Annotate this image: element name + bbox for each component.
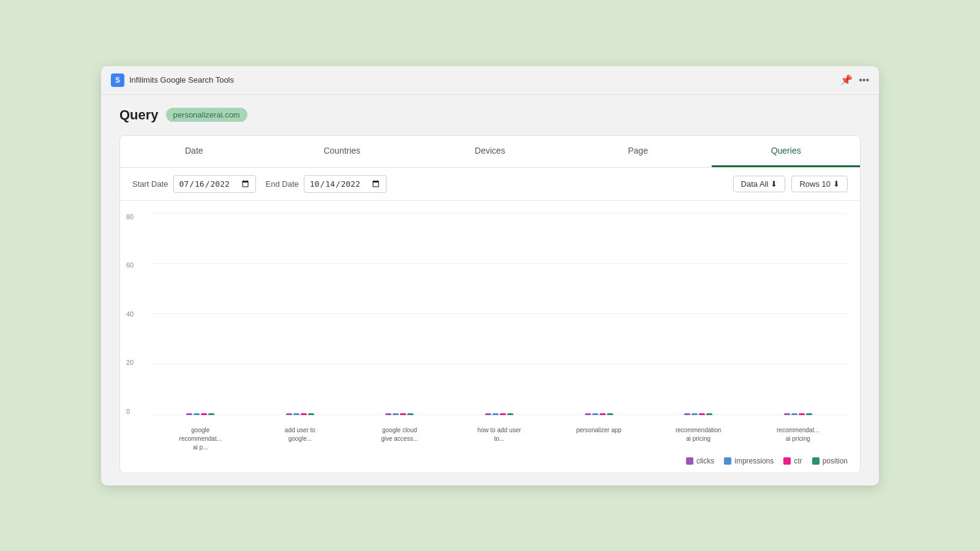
chevron-down-icon-2: ⬇ bbox=[833, 179, 840, 189]
legend-ctr: ctr bbox=[783, 457, 802, 465]
app-icon: S bbox=[111, 73, 124, 87]
legend-clicks: clicks bbox=[686, 457, 714, 465]
position-dot bbox=[812, 457, 820, 465]
bar-6-3 bbox=[806, 413, 812, 415]
bar-label-6: recommendat...ai pricing bbox=[748, 424, 848, 452]
y-label-80: 80 bbox=[126, 213, 134, 220]
query-header: Query personalizerai.com bbox=[119, 107, 861, 123]
bar-3-3 bbox=[507, 413, 513, 415]
end-date-input[interactable] bbox=[304, 175, 386, 193]
bar-6-1 bbox=[791, 413, 797, 415]
y-axis: 0 20 40 60 80 bbox=[126, 213, 134, 415]
bar-5-1 bbox=[692, 413, 698, 415]
labels-wrapper: googlerecommendat...ai p...add user togo… bbox=[151, 424, 848, 452]
bar-group-6 bbox=[748, 413, 848, 415]
bar-label-4: personalizer app bbox=[549, 424, 649, 452]
controls-right: Data All ⬇ Rows 10 ⬇ bbox=[733, 176, 848, 192]
bar-4-0 bbox=[585, 413, 591, 415]
bar-2-2 bbox=[400, 413, 406, 415]
bar-4-3 bbox=[607, 413, 613, 415]
y-label-20: 20 bbox=[126, 359, 134, 366]
chart-container: Date Countries Devices Page Queries Star… bbox=[119, 135, 861, 473]
tab-page[interactable]: Page bbox=[564, 136, 712, 167]
bar-6-0 bbox=[784, 413, 790, 415]
bar-5-3 bbox=[706, 413, 712, 415]
content-area: Query personalizerai.com Date Countries … bbox=[101, 95, 879, 485]
bar-1-1 bbox=[293, 413, 300, 415]
position-label: position bbox=[823, 457, 848, 465]
tab-date[interactable]: Date bbox=[120, 136, 268, 167]
bar-label-1: add user togoogle... bbox=[251, 424, 350, 452]
titlebar-title: Infilimits Google Search Tools bbox=[129, 75, 234, 84]
bar-group-0 bbox=[151, 413, 251, 415]
bar-1-0 bbox=[286, 413, 292, 415]
bar-label-5: recommendationai pricing bbox=[649, 424, 748, 452]
tabs-bar: Date Countries Devices Page Queries bbox=[120, 136, 860, 168]
bar-5-2 bbox=[699, 413, 705, 415]
bar-group-4 bbox=[549, 413, 649, 415]
y-label-0: 0 bbox=[126, 408, 134, 415]
legend: clicks impressions ctr position bbox=[120, 452, 860, 473]
start-date-group: Start Date bbox=[132, 175, 256, 193]
rows-select[interactable]: Rows 10 ⬇ bbox=[791, 176, 848, 192]
pin-icon[interactable]: 📌 bbox=[840, 74, 853, 86]
bar-1-2 bbox=[301, 413, 307, 415]
tab-countries[interactable]: Countries bbox=[268, 136, 417, 167]
bar-2-1 bbox=[393, 413, 399, 415]
controls-bar: Start Date End Date Data All ⬇ Rows 10 ⬇ bbox=[120, 168, 860, 201]
ctr-label: ctr bbox=[794, 457, 802, 465]
bar-3-1 bbox=[492, 413, 499, 415]
clicks-dot bbox=[686, 457, 693, 465]
chevron-down-icon: ⬇ bbox=[771, 179, 777, 189]
bar-5-0 bbox=[684, 413, 690, 415]
end-date-label: End Date bbox=[266, 179, 299, 189]
end-date-group: End Date bbox=[266, 175, 386, 193]
bar-0-3 bbox=[208, 413, 214, 415]
tab-devices[interactable]: Devices bbox=[416, 136, 564, 167]
bar-3-2 bbox=[500, 413, 506, 415]
start-date-input[interactable] bbox=[173, 175, 256, 193]
bar-group-5 bbox=[649, 413, 748, 415]
ctr-dot bbox=[783, 457, 791, 465]
y-label-40: 40 bbox=[126, 310, 134, 318]
chart-area: 0 20 40 60 80 googlerecommendat bbox=[120, 201, 860, 452]
y-label-60: 60 bbox=[126, 261, 134, 269]
bar-0-1 bbox=[194, 413, 200, 415]
bar-group-2 bbox=[350, 413, 450, 415]
tab-queries[interactable]: Queries bbox=[712, 136, 860, 167]
bar-0-2 bbox=[201, 413, 207, 415]
start-date-label: Start Date bbox=[132, 179, 168, 189]
main-window: S Infilimits Google Search Tools 📌 ••• Q… bbox=[101, 66, 879, 485]
bar-label-2: google cloudgive access... bbox=[350, 424, 450, 452]
domain-badge: personalizerai.com bbox=[166, 108, 247, 122]
bar-4-2 bbox=[600, 413, 606, 415]
clicks-label: clicks bbox=[696, 457, 714, 465]
bar-0-0 bbox=[186, 413, 192, 415]
bar-group-3 bbox=[450, 413, 549, 415]
data-select[interactable]: Data All ⬇ bbox=[733, 176, 786, 192]
titlebar-actions: 📌 ••• bbox=[840, 74, 869, 86]
legend-impressions: impressions bbox=[724, 457, 774, 465]
titlebar: S Infilimits Google Search Tools 📌 ••• bbox=[101, 66, 879, 95]
bars-wrapper bbox=[151, 213, 848, 415]
impressions-dot bbox=[724, 457, 731, 465]
bar-2-3 bbox=[407, 413, 413, 415]
query-label: Query bbox=[119, 107, 159, 123]
bar-label-3: how to add userto... bbox=[450, 424, 549, 452]
legend-position: position bbox=[812, 457, 848, 465]
bar-1-3 bbox=[308, 413, 314, 415]
bar-6-2 bbox=[799, 413, 805, 415]
bar-group-1 bbox=[251, 413, 350, 415]
impressions-label: impressions bbox=[734, 457, 774, 465]
bar-3-0 bbox=[485, 413, 491, 415]
bar-4-1 bbox=[592, 413, 598, 415]
more-icon[interactable]: ••• bbox=[859, 75, 869, 86]
bar-2-0 bbox=[385, 413, 391, 415]
titlebar-left: S Infilimits Google Search Tools bbox=[111, 73, 234, 87]
bar-label-0: googlerecommendat...ai p... bbox=[151, 424, 251, 452]
